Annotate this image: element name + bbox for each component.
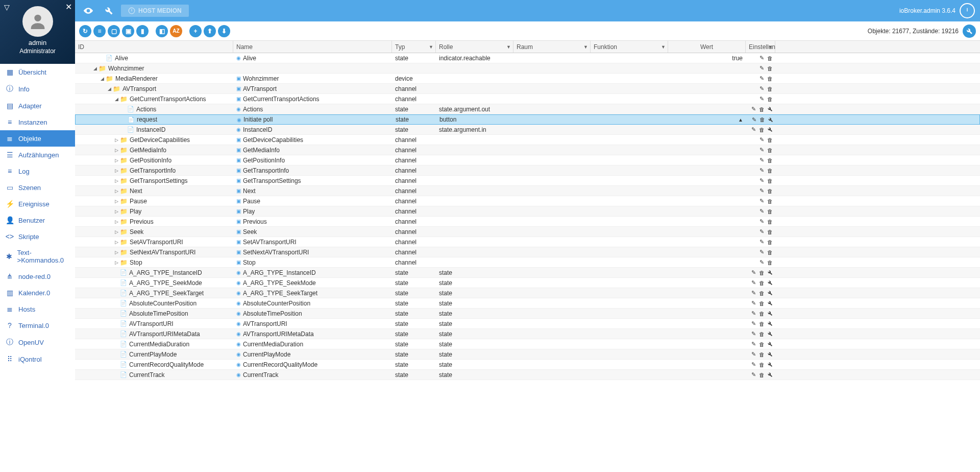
tree-collapse-icon[interactable]: ◢ (114, 97, 119, 102)
table-row[interactable]: 📄AVTransportURIMetaData◉AVTransportURIMe… (75, 329, 980, 339)
expert-button[interactable]: ◧ (156, 25, 168, 37)
delete-icon[interactable]: 🗑 (758, 269, 765, 276)
edit-icon[interactable]: ✎ (758, 65, 765, 72)
wrench-icon[interactable] (766, 300, 773, 307)
settings-button[interactable] (963, 25, 976, 38)
delete-icon[interactable]: 🗑 (758, 290, 765, 297)
table-row[interactable]: 📄AbsoluteCounterPosition◉AbsoluteCounter… (75, 298, 980, 309)
table-row[interactable]: ▷📁SetNextAVTransportURI▣SetNextAVTranspo… (75, 247, 980, 257)
wrench-icon[interactable] (766, 371, 773, 379)
tree-expand-icon[interactable]: ▷ (114, 240, 119, 245)
edit-icon[interactable]: ✎ (758, 136, 765, 144)
edit-icon[interactable]: ✎ (750, 341, 757, 348)
wrench-icon[interactable] (766, 320, 773, 327)
nav-item-szenen[interactable]: ▭Szenen (0, 179, 75, 196)
table-row[interactable]: 📄Alive◉Alivestateindicator.reachabletrue… (75, 53, 980, 63)
header-typ[interactable]: Typ▼ (392, 41, 436, 53)
table-row[interactable]: 📄request◉Initiate pollstatebutton▲✎🗑 (75, 114, 980, 125)
table-row[interactable]: ▷📁GetMediaInfo▣GetMediaInfochannel✎🗑 (75, 145, 980, 155)
edit-icon[interactable]: ✎ (758, 198, 765, 205)
edit-icon[interactable]: ✎ (758, 157, 765, 164)
table-row[interactable]: ▷📁Seek▣Seekchannel✎🗑 (75, 227, 980, 237)
nav-item-iqontrol[interactable]: ⠿iQontrol (0, 351, 75, 367)
delete-icon[interactable]: 🗑 (766, 218, 773, 225)
delete-icon[interactable]: 🗑 (766, 239, 773, 246)
delete-icon[interactable]: 🗑 (758, 310, 765, 317)
nav-item-text--kommandos-0[interactable]: ✱Text->Kommandos.0 (0, 245, 75, 268)
table-row[interactable]: 📄AVTransportURI◉AVTransportURIstatestate… (75, 319, 980, 329)
delete-icon[interactable]: 🗑 (766, 228, 773, 235)
edit-icon[interactable]: ✎ (758, 239, 765, 246)
nav-item-kalender-0[interactable]: ▥Kalender.0 (0, 285, 75, 301)
table-row[interactable]: 📄AbsoluteTimePosition◉AbsoluteTimePositi… (75, 309, 980, 319)
table-row[interactable]: 📄A_ARG_TYPE_SeekMode◉A_ARG_TYPE_SeekMode… (75, 278, 980, 288)
table-row[interactable]: ◢📁MediaRenderer▣Wohnzimmerdevice✎🗑 (75, 74, 980, 84)
delete-icon[interactable]: 🗑 (758, 300, 765, 307)
delete-icon[interactable]: 🗑 (758, 320, 765, 327)
tree-expand-icon[interactable]: ▷ (114, 168, 119, 173)
header-name[interactable]: Name (233, 41, 392, 53)
tree-expand-icon[interactable]: ▷ (114, 137, 119, 143)
table-row[interactable]: ◢📁AVTransport▣AVTransportchannel✎🗑 (75, 84, 980, 94)
edit-icon[interactable]: ✎ (750, 320, 757, 327)
close-icon[interactable]: ✕ (65, 2, 72, 12)
edit-icon[interactable]: ✎ (750, 300, 757, 307)
edit-icon[interactable]: ✎ (758, 177, 765, 184)
header-rolle[interactable]: Rolle▼ (436, 41, 513, 53)
trigger-button[interactable]: ▲ (738, 117, 743, 123)
delete-icon[interactable]: 🗑 (766, 55, 773, 62)
edit-icon[interactable]: ✎ (758, 85, 765, 92)
host-selector[interactable]: HOST MEDION (121, 5, 189, 17)
table-row[interactable]: ◢📁GetCurrentTransportActions▣GetCurrentT… (75, 94, 980, 104)
delete-icon[interactable]: 🗑 (758, 106, 765, 113)
delete-icon[interactable]: 🗑 (766, 249, 773, 256)
delete-icon[interactable]: 🗑 (766, 75, 773, 82)
table-row[interactable]: ▷📁GetDeviceCapabilities▣GetDeviceCapabil… (75, 135, 980, 145)
header-wert[interactable]: Wert (668, 41, 746, 53)
edit-icon[interactable]: ✎ (750, 106, 757, 113)
delete-icon[interactable]: 🗑 (766, 187, 773, 195)
table-row[interactable]: 📄CurrentTrack◉CurrentTrackstatestate✎🗑 (75, 370, 980, 380)
tree-expand-icon[interactable]: ▷ (114, 229, 119, 234)
delete-icon[interactable]: 🗑 (766, 198, 773, 205)
tree-expand-icon[interactable]: ▷ (114, 260, 119, 265)
delete-icon[interactable]: 🗑 (766, 85, 773, 92)
edit-icon[interactable]: ✎ (750, 279, 757, 287)
delete-icon[interactable]: 🗑 (766, 208, 773, 215)
edit-icon[interactable]: ✎ (758, 96, 765, 103)
edit-icon[interactable]: ✎ (758, 228, 765, 235)
edit-icon[interactable]: ✎ (758, 167, 765, 174)
tree-expand-icon[interactable]: ▷ (114, 188, 119, 194)
edit-icon[interactable]: ✎ (750, 116, 757, 123)
avatar[interactable] (22, 6, 53, 37)
delete-icon[interactable]: 🗑 (766, 177, 773, 184)
edit-icon[interactable]: ✎ (758, 147, 765, 154)
tree-collapse-icon[interactable]: ◢ (92, 66, 97, 71)
table-row[interactable]: ▷📁GetPositionInfo▣GetPositionInfochannel… (75, 155, 980, 166)
table-row[interactable]: ◢📁Wohnzimmer✎🗑 (75, 63, 980, 74)
nav-item--bersicht[interactable]: ▦Übersicht (0, 64, 75, 80)
nav-item-objekte[interactable]: ≣Objekte (0, 130, 75, 147)
tree-expand-icon[interactable]: ▷ (114, 148, 119, 153)
edit-icon[interactable]: ✎ (758, 75, 765, 82)
nav-item-log[interactable]: ≡Log (0, 163, 75, 179)
table-row[interactable]: ▷📁Pause▣Pausechannel✎🗑 (75, 196, 980, 206)
edit-icon[interactable]: ✎ (758, 218, 765, 225)
wrench-icon[interactable] (766, 269, 773, 276)
edit-icon[interactable]: ✎ (758, 187, 765, 195)
edit-icon[interactable]: ✎ (750, 269, 757, 276)
delete-icon[interactable]: 🗑 (766, 147, 773, 154)
tree-collapse-icon[interactable]: ◢ (107, 86, 112, 91)
wrench-icon[interactable] (766, 341, 773, 348)
table-row[interactable]: ▷📁GetTransportInfo▣GetTransportInfochann… (75, 166, 980, 176)
visibility-icon[interactable] (80, 3, 96, 19)
nav-item-ereignisse[interactable]: ⚡Ereignisse (0, 196, 75, 212)
tree-expand-icon[interactable]: ▷ (114, 199, 119, 204)
delete-icon[interactable]: 🗑 (766, 96, 773, 103)
delete-icon[interactable]: 🗑 (758, 351, 765, 358)
nav-item-openuv[interactable]: ⓘOpenUV (0, 334, 75, 351)
edit-icon[interactable]: ✎ (750, 126, 757, 133)
wrench-icon[interactable] (766, 106, 773, 113)
edit-icon[interactable]: ✎ (758, 55, 765, 62)
table-row[interactable]: 📄CurrentMediaDuration◉CurrentMediaDurati… (75, 339, 980, 349)
